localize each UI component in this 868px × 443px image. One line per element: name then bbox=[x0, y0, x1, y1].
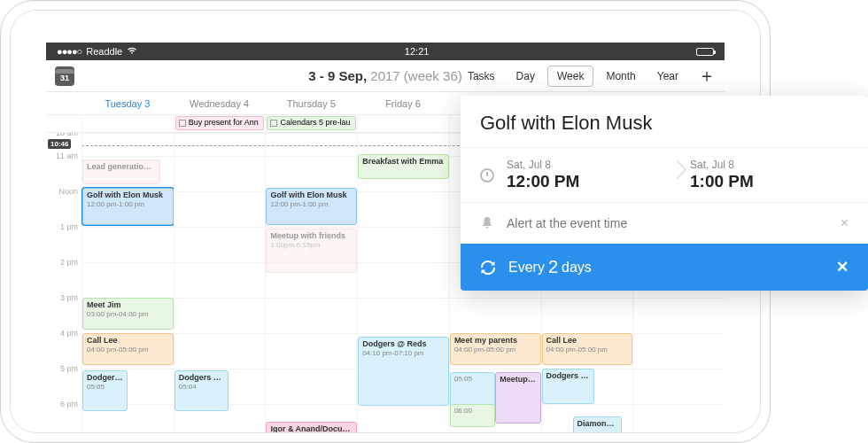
event-detail-panel: Golf with Elon Musk Sat, Jul 8 12:00 PM … bbox=[461, 96, 868, 291]
time-label: 1 pm bbox=[60, 222, 78, 231]
view-toggle: TasksDayWeekMonthYear bbox=[459, 66, 687, 87]
add-event-button[interactable]: ＋ bbox=[698, 64, 716, 88]
calendar-event[interactable]: Dodgers (7) @ Roc05:05 bbox=[82, 370, 128, 411]
arrow-icon bbox=[665, 156, 690, 195]
calendar-event[interactable]: Igor & Anand/Docume bbox=[266, 422, 357, 433]
time-label: 10 am bbox=[56, 133, 78, 137]
calendar-event[interactable]: Dodgers @ Reds04:10 pm-07:10 pm bbox=[358, 337, 449, 406]
time-label: 5 pm bbox=[60, 364, 78, 373]
day-header[interactable]: Wednesday 4 bbox=[174, 92, 266, 114]
start-time-block: Sat, Jul 8 12:00 PM bbox=[507, 148, 665, 202]
view-month[interactable]: Month bbox=[597, 66, 644, 86]
carrier-label: Readdle bbox=[86, 46, 122, 57]
alert-label: Alert at the event time bbox=[507, 216, 627, 230]
alert-row[interactable]: Alert at the event time × bbox=[461, 202, 868, 244]
wifi-icon bbox=[127, 46, 137, 57]
calendar-event[interactable]: Meet Jim03:00 pm-04:00 pm bbox=[82, 298, 174, 330]
view-year[interactable]: Year bbox=[648, 66, 687, 86]
calendar-event[interactable]: Meetup with frien bbox=[495, 372, 540, 424]
toolbar: 31 3 - 9 Sep, 2017 (week 36) TasksDayWee… bbox=[46, 60, 725, 92]
day-header[interactable]: Friday 6 bbox=[357, 92, 449, 114]
day-header[interactable]: Tuesday 3 bbox=[81, 92, 174, 114]
bell-icon bbox=[480, 216, 494, 230]
calendar-event[interactable]: Meetup with friends1:00pm-6:15pm bbox=[266, 229, 357, 273]
time-label: 4 pm bbox=[60, 329, 78, 338]
calendar-event[interactable]: Dodgers @ Rockie05:04 bbox=[174, 370, 229, 411]
end-time-block: Sat, Jul 8 1:00 PM bbox=[690, 148, 849, 202]
allday-event[interactable]: Buy present for Ann bbox=[175, 116, 265, 130]
time-gutter: 10 am11 amNoon1 pm2 pm3 pm4 pm5 pm6 pm7 … bbox=[46, 133, 81, 433]
calendar-event[interactable]: Golf with Elon Musk12:00 pm-1:00 pm bbox=[266, 188, 357, 225]
battery-icon bbox=[696, 48, 714, 56]
calendar-event[interactable]: Golf with Elon Musk12:00 pm-1:00 pm bbox=[82, 188, 174, 225]
calendar-event[interactable]: Dodgers @ Reds bbox=[542, 369, 595, 404]
calendar-event[interactable]: Diamond backs @ I bbox=[573, 416, 622, 433]
clock-label: 12:21 bbox=[405, 46, 430, 57]
alert-clear-button[interactable]: × bbox=[841, 215, 849, 231]
repeat-icon bbox=[480, 260, 496, 276]
clock-icon bbox=[480, 168, 494, 183]
view-tasks[interactable]: Tasks bbox=[459, 66, 504, 86]
status-bar: ●●●●○ Readdle 12:21 bbox=[46, 43, 725, 60]
time-label: 11 am bbox=[56, 152, 78, 160]
calendar-event[interactable]: Call Lee04:00 pm-05:00 pm bbox=[82, 333, 174, 365]
event-time-row[interactable]: Sat, Jul 8 12:00 PM Sat, Jul 8 1:00 PM bbox=[461, 148, 868, 202]
time-label: Noon bbox=[58, 187, 78, 196]
now-indicator: 10:46 bbox=[48, 139, 71, 149]
calendar-app-icon[interactable]: 31 bbox=[55, 66, 74, 86]
event-title[interactable]: Golf with Elon Musk bbox=[461, 96, 868, 148]
view-day[interactable]: Day bbox=[508, 66, 544, 86]
calendar-event[interactable]: Lead generation brief bbox=[82, 159, 160, 184]
calendar-event[interactable]: Meet my parents04:00 pm-05:00 pm bbox=[450, 333, 541, 365]
repeat-clear-button[interactable]: ✕ bbox=[836, 258, 849, 276]
time-label: 3 pm bbox=[60, 293, 78, 302]
calendar-event[interactable]: Breakfast with Emma bbox=[358, 154, 449, 179]
allday-event[interactable]: Calendars 5 pre-lau bbox=[267, 116, 356, 130]
time-label: 2 pm bbox=[60, 258, 78, 267]
calendar-event[interactable]: 06:00 bbox=[450, 404, 495, 427]
date-range-title[interactable]: 3 - 9 Sep, 2017 (week 36) bbox=[308, 68, 461, 83]
time-label: 6 pm bbox=[60, 400, 78, 408]
day-header[interactable]: Thursday 5 bbox=[265, 92, 357, 114]
repeat-row[interactable]: Every 2 days ✕ bbox=[461, 244, 868, 291]
signal-dots-icon: ●●●●○ bbox=[57, 46, 81, 57]
view-week[interactable]: Week bbox=[547, 66, 593, 87]
calendar-event[interactable]: Call Lee04:00 pm-05:00 pm bbox=[542, 333, 633, 365]
